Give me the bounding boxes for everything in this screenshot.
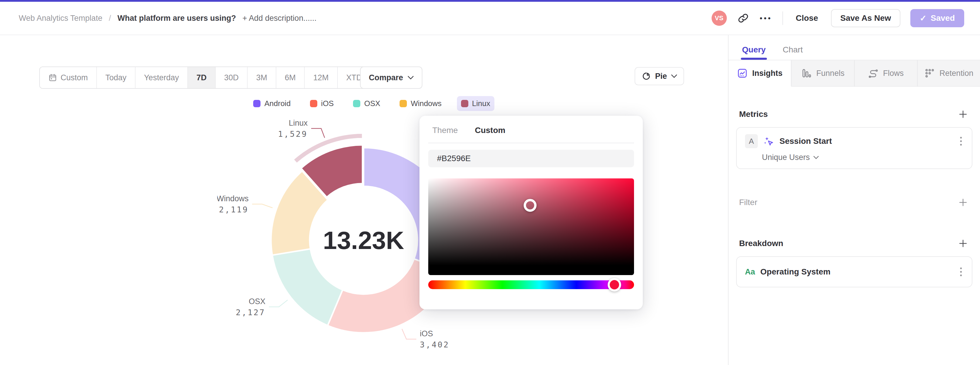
close-button[interactable]: Close <box>793 13 821 23</box>
avatar[interactable]: VS <box>711 11 727 26</box>
saved-label: Saved <box>931 13 955 23</box>
breadcrumb-divider: / <box>109 14 111 23</box>
add-filter-button[interactable] <box>956 196 969 209</box>
legend-item-osx[interactable]: OSX <box>349 96 384 111</box>
breakdown-title: Operating System <box>760 267 953 277</box>
chevron-down-icon <box>671 74 677 78</box>
event-sparkle-icon <box>763 135 774 147</box>
more-menu-button[interactable]: ••• <box>760 12 772 25</box>
analysis-views-row: InsightsFunnelsFlowsRetention <box>729 60 980 87</box>
string-property-icon: Aa <box>745 268 755 277</box>
pie-slice-osx[interactable]: OSX2,127 <box>236 249 343 326</box>
label-leader-line <box>402 329 416 339</box>
chevron-down-icon <box>408 76 414 80</box>
label-leader-line <box>311 129 325 138</box>
legend-label: Android <box>264 99 291 108</box>
header: Web Analytics Template / What platform a… <box>0 2 980 35</box>
breadcrumb-project[interactable]: Web Analytics Template <box>19 14 102 23</box>
metric-aggregation-label: Unique Users <box>762 153 810 162</box>
tab-query[interactable]: Query <box>742 45 766 60</box>
pie-slice-windows[interactable]: Windows2,119 <box>217 171 328 255</box>
view-tab-insights[interactable]: Insights <box>729 61 791 87</box>
link-icon <box>738 13 748 24</box>
range-yesterday[interactable]: Yesterday <box>135 67 188 88</box>
add-description-button[interactable]: + Add description...... <box>242 14 317 23</box>
legend-label: Linux <box>472 99 490 108</box>
legend-swatch[interactable] <box>353 100 360 107</box>
view-tab-retention[interactable]: Retention <box>918 61 980 87</box>
funnels-icon <box>801 68 812 78</box>
add-breakdown-button[interactable] <box>956 237 969 250</box>
query-sidebar: Query Chart InsightsFunnelsFlowsRetentio… <box>728 35 980 365</box>
share-link-button[interactable] <box>737 12 749 25</box>
breakdown-kebab-menu[interactable] <box>958 266 964 278</box>
tab-chart[interactable]: Chart <box>783 45 803 60</box>
chart-toolbar: CustomTodayYesterday7D30D3M6M12MXTD Comp… <box>39 67 717 89</box>
metric-card[interactable]: A Session Start Unique Users <box>736 127 972 169</box>
legend-label: OSX <box>364 99 380 108</box>
saturation-handle[interactable] <box>523 199 536 212</box>
legend-swatch[interactable] <box>461 100 468 107</box>
check-icon: ✓ <box>920 13 926 23</box>
page-title[interactable]: What platform are users using? <box>118 14 236 23</box>
flows-icon <box>868 68 878 78</box>
top-accent-bar <box>0 0 980 2</box>
ellipsis-icon: ••• <box>760 14 772 23</box>
range-today[interactable]: Today <box>97 67 135 88</box>
metrics-heading: Metrics <box>739 110 768 119</box>
add-metric-button[interactable] <box>956 108 969 121</box>
range-30d[interactable]: 30D <box>216 67 248 88</box>
legend-item-ios[interactable]: iOS <box>306 96 338 111</box>
header-divider <box>783 11 783 25</box>
range-7d[interactable]: 7D <box>188 67 216 88</box>
slice-label-value: 3,402 <box>420 340 449 349</box>
legend-item-windows[interactable]: Windows <box>395 96 445 111</box>
sidebar-content: Metrics A Session Start Unique Use <box>729 108 980 287</box>
color-picker-tabs: Theme Custom <box>428 116 634 143</box>
legend-swatch[interactable] <box>399 100 407 107</box>
breadcrumb: Web Analytics Template / What platform a… <box>0 14 711 23</box>
range-6m[interactable]: 6M <box>276 67 305 88</box>
date-range-group: CustomTodayYesterday7D30D3M6M12MXTD <box>39 67 380 89</box>
insights-icon <box>737 68 748 78</box>
donut-total-label: 13.23K <box>323 226 404 254</box>
slice-label-name: OSX <box>249 297 266 306</box>
saved-button[interactable]: ✓ Saved <box>910 9 964 27</box>
view-tab-flows[interactable]: Flows <box>855 61 918 87</box>
chart-type-button[interactable]: Pie <box>635 67 684 85</box>
legend-swatch[interactable] <box>253 100 261 107</box>
range-custom[interactable]: Custom <box>40 67 97 88</box>
legend-item-linux[interactable]: Linux <box>457 96 495 111</box>
range-12m[interactable]: 12M <box>305 67 338 88</box>
compare-button[interactable]: Compare <box>360 67 422 89</box>
slice-label-name: Linux <box>289 119 308 128</box>
retention-icon <box>924 68 935 78</box>
metric-aggregation-dropdown[interactable]: Unique Users <box>745 153 964 162</box>
slice-label-value: 2,127 <box>236 308 266 317</box>
filter-heading: Filter <box>739 198 757 207</box>
filter-section-header: Filter <box>736 196 972 209</box>
chart-type-label: Pie <box>655 72 667 81</box>
label-leader-line <box>252 204 272 208</box>
breakdown-section-header: Breakdown <box>736 237 972 250</box>
save-as-new-button[interactable]: Save As New <box>831 9 900 27</box>
hex-color-input[interactable]: #B2596E <box>428 150 634 167</box>
legend-item-android[interactable]: Android <box>249 96 295 111</box>
hue-slider[interactable] <box>428 281 634 289</box>
tab-custom[interactable]: Custom <box>475 126 505 135</box>
chart-legend: AndroidiOSOSXWindowsLinux <box>269 96 474 111</box>
tab-theme[interactable]: Theme <box>432 126 458 135</box>
header-actions: VS ••• Close Save As New ✓ Saved <box>711 9 980 27</box>
breakdown-card[interactable]: Aa Operating System <box>736 256 972 287</box>
breakdown-heading: Breakdown <box>739 239 783 248</box>
range-3m[interactable]: 3M <box>248 67 276 88</box>
metric-kebab-menu[interactable] <box>958 135 964 147</box>
pie-chart-icon <box>642 72 651 81</box>
hue-handle[interactable] <box>608 278 621 292</box>
slice-label-value: 1,529 <box>278 129 308 139</box>
slice-label-name: iOS <box>420 329 433 338</box>
metric-series-badge: A <box>745 134 758 148</box>
view-tab-funnels[interactable]: Funnels <box>791 61 854 87</box>
legend-swatch[interactable] <box>310 100 317 107</box>
saturation-value-area[interactable] <box>428 179 634 275</box>
